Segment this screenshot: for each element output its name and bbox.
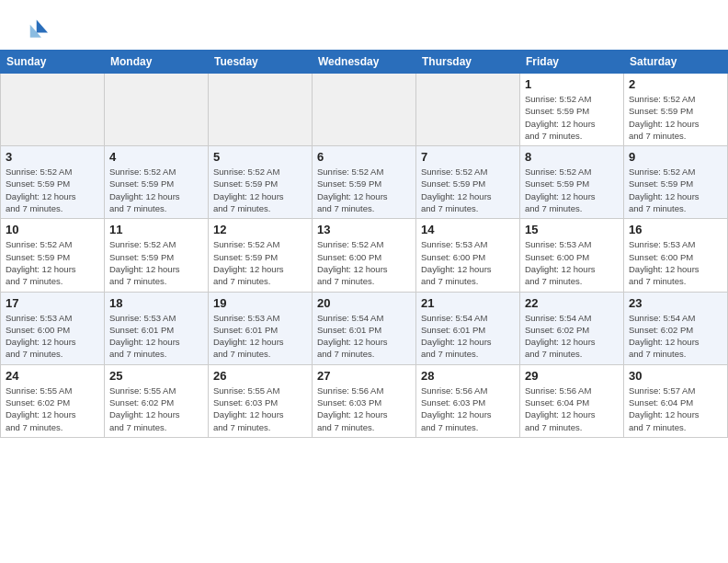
day-info: Sunrise: 5:55 AM Sunset: 6:03 PM Dayligh…: [213, 385, 307, 433]
day-info: Sunrise: 5:53 AM Sunset: 6:00 PM Dayligh…: [629, 238, 722, 287]
day-info: Sunrise: 5:56 AM Sunset: 6:03 PM Dayligh…: [421, 385, 515, 433]
calendar-cell: 9Sunrise: 5:52 AM Sunset: 5:59 PM Daylig…: [624, 146, 728, 219]
day-number: 29: [525, 369, 619, 383]
weekday-monday: Monday: [105, 51, 209, 74]
weekday-saturday: Saturday: [624, 51, 728, 74]
day-number: 9: [629, 150, 722, 164]
calendar-cell: 16Sunrise: 5:53 AM Sunset: 6:00 PM Dayli…: [624, 219, 728, 292]
day-number: 18: [109, 296, 203, 310]
day-info: Sunrise: 5:55 AM Sunset: 6:02 PM Dayligh…: [109, 385, 203, 433]
weekday-wednesday: Wednesday: [313, 51, 416, 74]
day-info: Sunrise: 5:52 AM Sunset: 5:59 PM Dayligh…: [6, 238, 99, 287]
calendar-cell: 3Sunrise: 5:52 AM Sunset: 5:59 PM Daylig…: [1, 146, 105, 219]
weekday-friday: Friday: [520, 51, 624, 74]
calendar-week-3: 10Sunrise: 5:52 AM Sunset: 5:59 PM Dayli…: [1, 219, 728, 292]
calendar-cell: 28Sunrise: 5:56 AM Sunset: 6:03 PM Dayli…: [416, 364, 520, 437]
day-info: Sunrise: 5:53 AM Sunset: 6:00 PM Dayligh…: [525, 238, 619, 287]
day-info: Sunrise: 5:56 AM Sunset: 6:03 PM Dayligh…: [317, 385, 411, 433]
day-info: Sunrise: 5:52 AM Sunset: 5:59 PM Dayligh…: [6, 166, 99, 214]
calendar-week-2: 3Sunrise: 5:52 AM Sunset: 5:59 PM Daylig…: [1, 146, 728, 219]
day-info: Sunrise: 5:54 AM Sunset: 6:02 PM Dayligh…: [629, 312, 722, 361]
calendar-cell: 26Sunrise: 5:55 AM Sunset: 6:03 PM Dayli…: [209, 364, 313, 437]
day-number: 16: [629, 223, 722, 236]
calendar-cell: 10Sunrise: 5:52 AM Sunset: 5:59 PM Dayli…: [1, 219, 105, 292]
day-number: 15: [525, 223, 619, 236]
day-info: Sunrise: 5:54 AM Sunset: 6:01 PM Dayligh…: [421, 312, 515, 361]
calendar-cell: 13Sunrise: 5:52 AM Sunset: 6:00 PM Dayli…: [313, 219, 416, 292]
day-number: 26: [213, 369, 307, 383]
calendar-cell: 24Sunrise: 5:55 AM Sunset: 6:02 PM Dayli…: [1, 364, 105, 437]
weekday-sunday: Sunday: [1, 51, 105, 74]
day-info: Sunrise: 5:52 AM Sunset: 5:59 PM Dayligh…: [109, 166, 203, 214]
calendar-cell: 4Sunrise: 5:52 AM Sunset: 5:59 PM Daylig…: [105, 146, 209, 219]
day-number: 13: [317, 223, 411, 236]
day-number: 23: [629, 296, 722, 310]
day-info: Sunrise: 5:52 AM Sunset: 5:59 PM Dayligh…: [109, 238, 203, 287]
page-container: SundayMondayTuesdayWednesdayThursdayFrid…: [0, 0, 728, 438]
day-info: Sunrise: 5:52 AM Sunset: 5:59 PM Dayligh…: [317, 166, 411, 214]
day-info: Sunrise: 5:54 AM Sunset: 6:01 PM Dayligh…: [317, 312, 411, 361]
calendar-week-5: 24Sunrise: 5:55 AM Sunset: 6:02 PM Dayli…: [1, 364, 728, 437]
day-info: Sunrise: 5:53 AM Sunset: 6:01 PM Dayligh…: [213, 312, 307, 361]
weekday-tuesday: Tuesday: [209, 51, 313, 74]
day-number: 19: [213, 296, 307, 310]
calendar-cell: [1, 74, 105, 146]
day-info: Sunrise: 5:52 AM Sunset: 5:59 PM Dayligh…: [629, 166, 722, 214]
day-number: 22: [525, 296, 619, 310]
day-number: 24: [6, 369, 99, 383]
day-number: 7: [421, 150, 515, 164]
calendar-cell: [209, 74, 313, 146]
calendar-cell: [416, 74, 520, 146]
calendar-week-1: 1Sunrise: 5:52 AM Sunset: 5:59 PM Daylig…: [1, 74, 728, 146]
calendar-cell: 15Sunrise: 5:53 AM Sunset: 6:00 PM Dayli…: [520, 219, 624, 292]
day-number: 14: [421, 223, 515, 236]
day-info: Sunrise: 5:52 AM Sunset: 5:59 PM Dayligh…: [525, 166, 619, 214]
svg-marker-0: [37, 20, 48, 33]
calendar-cell: 22Sunrise: 5:54 AM Sunset: 6:02 PM Dayli…: [520, 292, 624, 364]
calendar-cell: [313, 74, 416, 146]
day-number: 8: [525, 150, 619, 164]
day-number: 5: [213, 150, 307, 164]
day-number: 1: [525, 77, 619, 91]
day-number: 3: [6, 150, 99, 164]
calendar-cell: 29Sunrise: 5:56 AM Sunset: 6:04 PM Dayli…: [520, 364, 624, 437]
calendar-cell: 21Sunrise: 5:54 AM Sunset: 6:01 PM Dayli…: [416, 292, 520, 364]
day-number: 4: [109, 150, 203, 164]
day-number: 28: [421, 369, 515, 383]
calendar-cell: 30Sunrise: 5:57 AM Sunset: 6:04 PM Dayli…: [624, 364, 728, 437]
calendar-cell: 27Sunrise: 5:56 AM Sunset: 6:03 PM Dayli…: [313, 364, 416, 437]
calendar-cell: 2Sunrise: 5:52 AM Sunset: 5:59 PM Daylig…: [624, 74, 728, 146]
calendar-cell: 17Sunrise: 5:53 AM Sunset: 6:00 PM Dayli…: [1, 292, 105, 364]
calendar-cell: 19Sunrise: 5:53 AM Sunset: 6:01 PM Dayli…: [209, 292, 313, 364]
calendar-cell: 8Sunrise: 5:52 AM Sunset: 5:59 PM Daylig…: [520, 146, 624, 219]
calendar-cell: 11Sunrise: 5:52 AM Sunset: 5:59 PM Dayli…: [105, 219, 209, 292]
day-info: Sunrise: 5:53 AM Sunset: 6:00 PM Dayligh…: [6, 312, 99, 361]
calendar-cell: 5Sunrise: 5:52 AM Sunset: 5:59 PM Daylig…: [209, 146, 313, 219]
calendar-cell: 18Sunrise: 5:53 AM Sunset: 6:01 PM Dayli…: [105, 292, 209, 364]
calendar-table: SundayMondayTuesdayWednesdayThursdayFrid…: [0, 50, 728, 438]
day-info: Sunrise: 5:52 AM Sunset: 5:59 PM Dayligh…: [213, 238, 307, 287]
calendar-cell: 23Sunrise: 5:54 AM Sunset: 6:02 PM Dayli…: [624, 292, 728, 364]
day-number: 25: [109, 369, 203, 383]
day-info: Sunrise: 5:52 AM Sunset: 5:59 PM Dayligh…: [421, 166, 515, 214]
day-number: 27: [317, 369, 411, 383]
weekday-header-row: SundayMondayTuesdayWednesdayThursdayFrid…: [1, 51, 728, 74]
page-header: [0, 0, 728, 50]
day-info: Sunrise: 5:54 AM Sunset: 6:02 PM Dayligh…: [525, 312, 619, 361]
day-info: Sunrise: 5:52 AM Sunset: 6:00 PM Dayligh…: [317, 238, 411, 287]
day-info: Sunrise: 5:53 AM Sunset: 6:01 PM Dayligh…: [109, 312, 203, 361]
day-number: 20: [317, 296, 411, 310]
calendar-cell: 14Sunrise: 5:53 AM Sunset: 6:00 PM Dayli…: [416, 219, 520, 292]
day-number: 11: [109, 223, 203, 236]
calendar-cell: 20Sunrise: 5:54 AM Sunset: 6:01 PM Dayli…: [313, 292, 416, 364]
logo-icon: [22, 17, 48, 42]
day-info: Sunrise: 5:53 AM Sunset: 6:00 PM Dayligh…: [421, 238, 515, 287]
calendar-cell: 6Sunrise: 5:52 AM Sunset: 5:59 PM Daylig…: [313, 146, 416, 219]
day-info: Sunrise: 5:55 AM Sunset: 6:02 PM Dayligh…: [6, 385, 99, 433]
day-info: Sunrise: 5:52 AM Sunset: 5:59 PM Dayligh…: [629, 93, 722, 142]
weekday-thursday: Thursday: [416, 51, 520, 74]
calendar-week-4: 17Sunrise: 5:53 AM Sunset: 6:00 PM Dayli…: [1, 292, 728, 364]
day-number: 21: [421, 296, 515, 310]
calendar-cell: 25Sunrise: 5:55 AM Sunset: 6:02 PM Dayli…: [105, 364, 209, 437]
day-info: Sunrise: 5:56 AM Sunset: 6:04 PM Dayligh…: [525, 385, 619, 433]
